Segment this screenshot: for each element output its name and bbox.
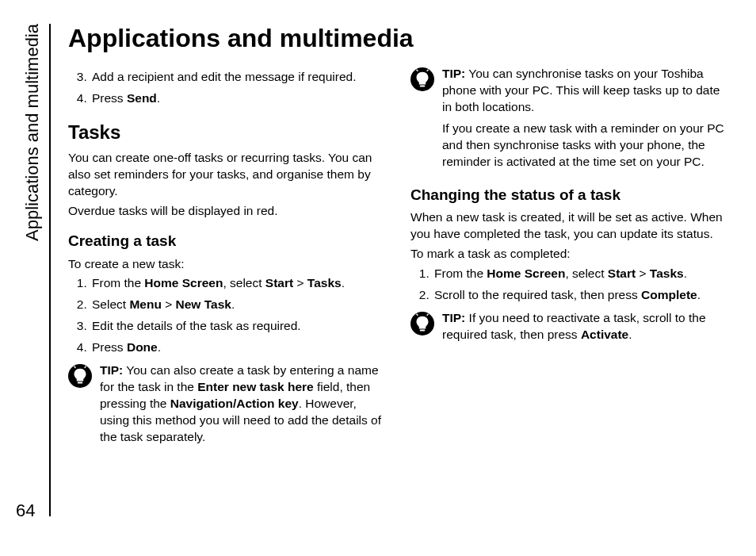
tip-block: TIP: If you need to reactivate a task, s… — [410, 310, 724, 343]
list-item: From the Home Screen, select Start > Tas… — [433, 266, 724, 282]
list-item: Press Send. — [90, 90, 382, 107]
lightbulb-icon — [410, 67, 434, 91]
svg-rect-5 — [420, 86, 426, 87]
list-item: Press Done. — [90, 339, 382, 356]
changing-status-list: From the Home Screen, select Start > Tas… — [410, 266, 724, 304]
list-item: Scroll to the required task, then press … — [433, 287, 724, 304]
changing-status-paragraph: When a new task is created, it will be s… — [410, 209, 724, 243]
tip-block: TIP: You can synchronise tasks on your T… — [410, 66, 724, 174]
tip-body: TIP: You can also create a task by enter… — [100, 362, 382, 446]
list-item: Select Menu > New Task. — [90, 297, 382, 313]
changing-status-intro: To mark a task as completed: — [410, 246, 724, 263]
list-item: Edit the details of the task as required… — [90, 318, 382, 335]
creating-task-heading: Creating a task — [68, 231, 382, 251]
changing-status-heading: Changing the status of a task — [410, 185, 724, 205]
page-title: Applications and multimedia — [68, 24, 724, 53]
tip-block: TIP: You can also create a task by enter… — [68, 362, 382, 446]
svg-rect-1 — [78, 382, 83, 384]
tasks-heading: Tasks — [68, 120, 382, 145]
svg-rect-9 — [420, 329, 426, 331]
list-item: Add a recipient and edit the message if … — [90, 69, 382, 86]
content: Applications and multimedia Add a recipi… — [68, 24, 724, 446]
columns: Add a recipient and edit the message if … — [68, 66, 724, 446]
side-tab: Applications and multimedia — [19, 24, 51, 516]
tasks-paragraph: You can create one-off tasks or recurrin… — [68, 150, 382, 200]
lightbulb-icon — [410, 312, 434, 336]
column-left: Add a recipient and edit the message if … — [68, 66, 382, 446]
tip-body: TIP: You can synchronise tasks on your T… — [442, 66, 724, 174]
side-tab-label: Applications and multimedia — [22, 24, 46, 241]
tasks-paragraph: Overdue tasks will be displayed in red. — [68, 203, 382, 220]
column-right: TIP: You can synchronise tasks on your T… — [410, 66, 724, 446]
lightbulb-icon — [68, 364, 92, 388]
tip-body: TIP: If you need to reactivate a task, s… — [442, 310, 724, 343]
list-item: From the Home Screen, select Start > Tas… — [90, 275, 382, 292]
page-number: 64 — [16, 500, 35, 521]
creating-task-list: From the Home Screen, select Start > Tas… — [68, 275, 382, 356]
continuation-list: Add a recipient and edit the message if … — [68, 69, 382, 107]
creating-task-intro: To create a new task: — [68, 256, 382, 273]
page-root: Applications and multimedia 64 Applicati… — [0, 0, 756, 556]
